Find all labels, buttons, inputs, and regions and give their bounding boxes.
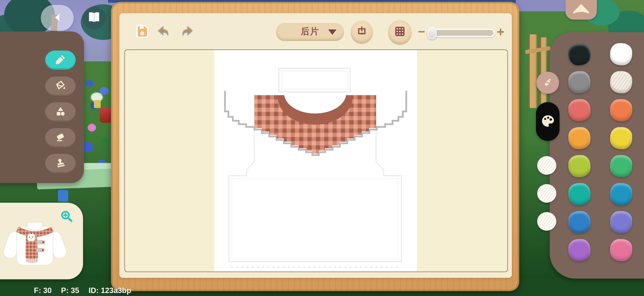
color-swatch[interactable] xyxy=(568,99,590,121)
zoom-slider[interactable] xyxy=(428,29,495,37)
palette-tab-button[interactable] xyxy=(536,102,560,141)
fill-bucket-icon xyxy=(54,80,66,92)
pencil-icon xyxy=(54,54,66,66)
tool-fill-bucket-button[interactable] xyxy=(45,77,76,96)
background-bucket xyxy=(58,190,68,202)
redo-arrow-icon xyxy=(179,35,194,39)
collapse-panel-button[interactable] xyxy=(566,0,597,20)
background-sky-strip xyxy=(516,0,567,11)
zoom-slider-thumb[interactable] xyxy=(427,27,437,39)
color-swatch[interactable] xyxy=(568,239,590,261)
color-swatch[interactable] xyxy=(610,211,632,233)
paint-palette-icon xyxy=(540,113,555,130)
color-swatch[interactable] xyxy=(610,239,632,261)
grid-icon xyxy=(393,24,407,39)
color-swatch[interactable] xyxy=(610,71,632,93)
grid-toggle-button[interactable] xyxy=(388,20,412,44)
tool-panel xyxy=(0,31,84,183)
pattern-texture-area[interactable] xyxy=(214,50,417,272)
collar-template xyxy=(279,68,350,92)
mirror-symmetry-button[interactable] xyxy=(351,21,373,43)
piece-selector-dropdown[interactable]: 后片 xyxy=(276,23,344,40)
tool-stamp-button[interactable] xyxy=(45,154,76,173)
stamp-icon xyxy=(54,157,66,170)
color-swatch[interactable] xyxy=(610,127,632,149)
garment-preview-image xyxy=(0,212,74,277)
color-swatch[interactable] xyxy=(610,99,632,121)
back-button[interactable] xyxy=(41,5,74,31)
shapes-icon xyxy=(54,106,66,118)
save-button[interactable] xyxy=(134,23,150,39)
dye-tab-button[interactable] xyxy=(536,72,559,94)
custom-color-slots xyxy=(537,156,556,231)
color-swatch[interactable] xyxy=(610,43,632,65)
milk-bottle-icon xyxy=(542,76,554,89)
color-palette xyxy=(568,43,632,261)
mirror-symmetry-icon xyxy=(356,25,368,38)
cat-patch xyxy=(28,233,35,241)
color-swatch[interactable] xyxy=(568,155,590,177)
caret-down-icon xyxy=(328,29,336,35)
design-info: F: 30 P: 35 ID: 123a3bp xyxy=(34,286,131,295)
frames-count: F: 30 xyxy=(34,286,52,295)
zoom-in-button[interactable]: + xyxy=(495,24,506,39)
fence-post xyxy=(528,34,537,108)
floppy-disk-icon xyxy=(134,36,150,40)
tool-eraser-button[interactable] xyxy=(45,128,76,147)
pixels-count: P: 35 xyxy=(61,286,79,295)
tool-pencil-button[interactable] xyxy=(45,50,76,70)
zoom-out-button[interactable]: − xyxy=(416,25,427,38)
color-swatch[interactable] xyxy=(568,211,590,233)
piece-selector-label: 后片 xyxy=(301,25,319,37)
design-id: ID: 123a3bp xyxy=(88,286,131,295)
background-sign xyxy=(94,100,101,108)
color-swatch[interactable] xyxy=(610,155,632,177)
guide-book-button[interactable] xyxy=(86,11,102,25)
color-swatch[interactable] xyxy=(568,43,590,65)
chevron-left-icon xyxy=(52,12,62,24)
chevron-up-icon xyxy=(569,2,593,18)
color-swatch[interactable] xyxy=(568,71,590,93)
color-swatch[interactable] xyxy=(568,183,590,205)
redo-button[interactable] xyxy=(179,24,194,39)
custom-color-slot[interactable] xyxy=(537,184,556,203)
eraser-icon xyxy=(54,131,66,144)
screen: 后片 − + xyxy=(0,0,644,296)
garment-preview-panel[interactable] xyxy=(0,203,83,279)
custom-color-slot[interactable] xyxy=(537,156,556,175)
custom-color-slot[interactable] xyxy=(537,212,556,231)
color-swatch[interactable] xyxy=(568,127,590,149)
color-swatch[interactable] xyxy=(610,183,632,205)
undo-arrow-icon xyxy=(156,35,172,39)
open-book-icon xyxy=(86,11,102,25)
undo-button[interactable] xyxy=(156,24,172,39)
tool-shapes-button[interactable] xyxy=(45,102,76,121)
